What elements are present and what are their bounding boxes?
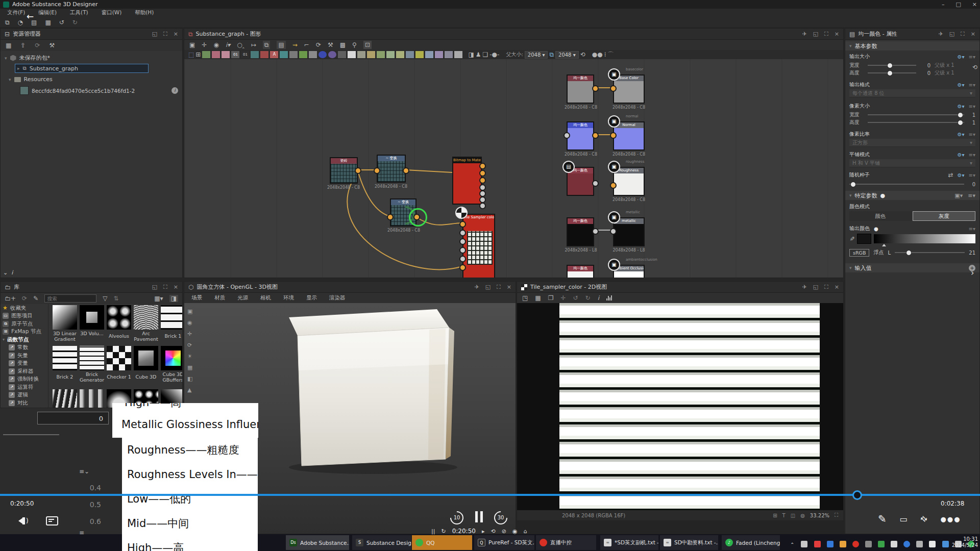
node-shortcut-icon[interactable]: [435, 51, 443, 58]
rotate-icon[interactable]: ⟲: [491, 528, 495, 535]
output-dot[interactable]: [479, 163, 486, 169]
tray-icon[interactable]: [801, 541, 807, 547]
pause-icon[interactable]: [474, 511, 484, 524]
output-width-slider[interactable]: [868, 65, 916, 66]
color-swatch[interactable]: [857, 234, 871, 244]
tiling-dropdown[interactable]: H 和 V 平铺▾: [849, 159, 975, 167]
clean-icon[interactable]: ⚲: [352, 41, 357, 48]
next-icon[interactable]: ▸: [482, 528, 485, 535]
histogram-icon[interactable]: [606, 295, 612, 300]
library-view-icon[interactable]: ▤: [277, 41, 285, 49]
output-dot[interactable]: [592, 180, 599, 187]
tool-icon[interactable]: ▦: [187, 364, 192, 371]
taskbar-app[interactable]: 直播中控: [536, 535, 596, 550]
screen-icon[interactable]: ▭: [900, 514, 908, 524]
menu-window[interactable]: 窗口(W): [102, 9, 122, 16]
taskbar-app[interactable]: QPureRef - SD英文...: [474, 535, 534, 550]
color-mode-color-button[interactable]: 颜色: [849, 211, 912, 221]
menu-icon[interactable]: ≡▾: [969, 54, 975, 60]
input-dot[interactable]: [610, 85, 617, 92]
library-item-thumb[interactable]: [80, 389, 104, 408]
menu-file[interactable]: 文件(F): [7, 9, 25, 16]
tree-resources[interactable]: ▾ Resources: [9, 76, 53, 83]
panel-collapse-icons[interactable]: ⌄ i: [3, 269, 13, 276]
menu-renderer[interactable]: 渲染器: [329, 294, 346, 302]
library-item-thumb[interactable]: [107, 305, 131, 330]
srgb-button[interactable]: sRGB: [849, 249, 869, 257]
import-icon[interactable]: ◔: [18, 19, 23, 26]
float-icon[interactable]: ◱: [485, 284, 491, 290]
node-shortcut-icon[interactable]: 01: [241, 51, 249, 58]
menu-edit[interactable]: 编辑(E): [38, 9, 57, 16]
save-image-icon[interactable]: ▦: [535, 294, 541, 302]
pin-icon[interactable]: ✈: [802, 284, 806, 290]
tray-icon[interactable]: [827, 541, 834, 547]
uniform-color-node[interactable]: 均一颜色: [567, 265, 594, 278]
node-shortcut-icon[interactable]: [348, 51, 356, 58]
library-item-thumb[interactable]: [53, 389, 77, 408]
wrench-icon[interactable]: ⚒: [328, 41, 333, 48]
speed-icon[interactable]: ⊘: [502, 528, 506, 535]
output-dot[interactable]: [403, 167, 409, 174]
l-slider[interactable]: [895, 252, 965, 253]
library-item-thumb[interactable]: [53, 305, 77, 330]
menu-environment[interactable]: 环境: [283, 294, 294, 302]
dots-icon[interactable]: ●●: [592, 52, 603, 58]
input-dot[interactable]: [610, 182, 617, 189]
menu-icon[interactable]: ≡▾: [969, 132, 975, 137]
close-panel-icon[interactable]: ×: [971, 31, 975, 37]
size-reset-icon[interactable]: ⟲: [580, 52, 585, 58]
volume-icon[interactable]: ): [18, 517, 29, 524]
node-shortcut-icon[interactable]: [251, 51, 259, 58]
node-shortcut-icon[interactable]: [357, 51, 365, 58]
rewind-10-icon[interactable]: 10: [449, 510, 464, 525]
node-shortcut-icon[interactable]: [367, 51, 375, 58]
close-button[interactable]: ×: [972, 1, 977, 8]
menu-icon[interactable]: ≡▾: [969, 104, 975, 109]
timeline-knob[interactable]: [852, 490, 862, 500]
category-item[interactable]: ↗采样器: [1, 367, 48, 375]
redo-icon[interactable]: ↻: [585, 294, 591, 302]
menu-icon[interactable]: ≡▾: [969, 172, 975, 178]
node-shortcut-icon[interactable]: [289, 51, 298, 58]
section-basic-params[interactable]: ▾基本参数: [845, 41, 979, 51]
menu-material[interactable]: 材质: [214, 294, 225, 302]
node-shortcut-icon[interactable]: [396, 51, 404, 58]
player-timeline[interactable]: [0, 494, 980, 496]
filter-icon[interactable]: ▽: [103, 295, 107, 302]
category-item[interactable]: ▭图形项目: [1, 312, 48, 320]
elbow-wire-icon[interactable]: ⌐: [304, 41, 309, 48]
category-item[interactable]: ↗常数: [1, 344, 48, 352]
edit-icon[interactable]: ✎: [33, 295, 38, 302]
input-dot[interactable]: [610, 228, 617, 235]
category-item[interactable]: ↗强制转换: [1, 375, 48, 384]
parent-height-dropdown[interactable]: 2048 ▾: [555, 51, 579, 59]
library-item-thumb[interactable]: [80, 346, 104, 370]
node-shortcut-icon[interactable]: 01: [231, 51, 239, 58]
uniform-color-node[interactable]: 均一颜色: [567, 74, 594, 104]
pixel-width-slider[interactable]: [868, 114, 964, 115]
clean-icon[interactable]: ⚒: [49, 42, 55, 48]
output-dot[interactable]: [479, 177, 486, 184]
taskbar-app[interactable]: ≡SD中勘资料.txt -...: [660, 535, 718, 550]
close-panel-icon[interactable]: ×: [835, 284, 839, 290]
node-shortcut-icon[interactable]: [328, 51, 336, 58]
node-shortcut-icon[interactable]: [415, 51, 424, 58]
pixel-ratio-dropdown[interactable]: 正方形▾: [849, 139, 975, 147]
maximize-panel-icon[interactable]: ⛶: [824, 31, 828, 37]
menu-icon[interactable]: ≡▾: [969, 82, 975, 88]
more-icon[interactable]: ●●●: [940, 515, 961, 523]
tray-icon[interactable]: [903, 541, 910, 547]
forward-30-icon[interactable]: 30: [493, 510, 508, 525]
pin-icon[interactable]: ✈: [802, 31, 806, 37]
func-icon[interactable]: ⚙▾: [958, 152, 965, 158]
maximize-panel-icon[interactable]: ⛶: [163, 31, 167, 37]
func-icon[interactable]: ⚙▾: [958, 54, 965, 60]
tree-resource-item[interactable]: 8eccfdc84fad0470e5cce5c1b746fd1-2 i: [20, 86, 178, 95]
menu-camera[interactable]: 相机: [260, 294, 271, 302]
category-item[interactable]: ↗变量: [1, 360, 48, 368]
close-panel-icon[interactable]: ×: [507, 284, 511, 290]
maximize-panel-icon[interactable]: ⛶: [824, 284, 828, 290]
pin-output-icon[interactable]: ♟: [476, 52, 481, 58]
taskbar-app[interactable]: ♪Faded (Lincheng...: [722, 535, 780, 550]
